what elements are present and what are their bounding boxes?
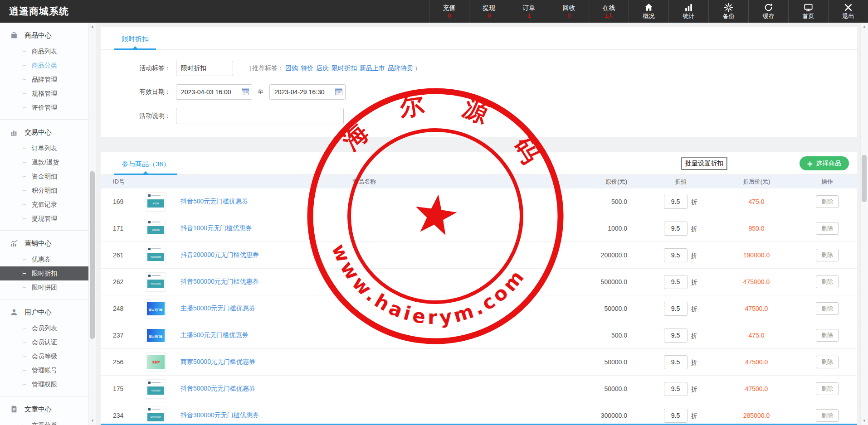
delete-button[interactable]: 删除 [816,195,839,208]
sidebar-item[interactable]: 订单列表 [0,141,88,155]
date-start-input[interactable] [176,84,252,100]
sidebar-item[interactable]: 商品分类 [0,58,88,72]
product-name-link[interactable]: 抖音50000元无门槛优惠券 [180,385,255,392]
sidebar-item[interactable]: 会员认证 [0,335,88,349]
delete-button[interactable]: 删除 [816,222,839,235]
sidebar-item[interactable]: 文章分类 [0,418,88,425]
product-name-link[interactable]: 主播500元无门槛优惠券 [180,331,248,338]
header-action-cache[interactable]: 缓存 [748,0,788,23]
product-name-link[interactable]: 抖音500元无门槛优惠券 [180,198,248,205]
recommend-tag-link[interactable]: 特价 [301,64,313,72]
product-thumbnail[interactable]: ¥300000 [146,406,166,425]
sidebar-item[interactable]: 积分明细 [0,184,88,198]
product-name-link[interactable]: 抖音1000元无门槛优惠券 [180,224,252,232]
home-icon [644,3,653,12]
tab-limited-discount[interactable]: 限时折扣 [117,29,153,49]
sidebar-item[interactable]: 管理帐号 [0,363,88,377]
page-scrollbar-thumb[interactable] [862,155,867,202]
product-thumbnail[interactable]: ¥50000 [146,379,166,399]
sidebar-item[interactable]: 充值记录 [0,198,88,212]
sidebar-item[interactable]: 管理权限 [0,377,88,391]
delete-button[interactable]: 删除 [816,409,839,422]
discount-input[interactable] [664,382,688,396]
tag-input[interactable] [176,61,233,76]
delete-button[interactable]: 删除 [816,275,839,288]
sidebar-item[interactable]: 规格管理 [0,87,88,101]
sidebar-group-head-trade[interactable]: 交易中心 [0,123,88,141]
select-product-button[interactable]: 选择商品 [800,156,849,170]
product-name-link[interactable]: 商家50000元无门槛优惠券 [180,358,255,365]
sidebar-item[interactable]: 评价管理 [0,101,88,115]
product-name-link[interactable]: 抖音200000元无门槛优惠券 [180,251,259,258]
branch-icon [23,49,27,54]
sidebar-item[interactable]: 提现管理 [0,212,88,226]
sidebar-group-head-article[interactable]: 文章中心 [0,400,88,418]
product-name-link[interactable]: 抖音300000元无门槛优惠券 [180,411,259,419]
product-thumbnail[interactable]: ¥1000 [146,219,166,238]
product-name-link[interactable]: 主播50000元无门槛优惠券 [180,304,255,312]
discount-input[interactable] [664,275,688,289]
header-action-homepage[interactable]: 首页 [788,0,828,23]
action-label: 统计 [683,13,695,20]
main-content: 限时折扣 活动标签： （推荐标签：团购特价店庆限时折扣新品上市品牌特卖） 有效日… [96,23,868,425]
sidebar-item[interactable]: 限时折扣 [0,266,88,280]
delete-button[interactable]: 删除 [816,329,839,342]
discount-input[interactable] [664,302,688,316]
page-scrollbar[interactable]: ▲ ▼ [860,23,868,425]
discount-input[interactable] [664,409,688,423]
delete-button[interactable]: 删除 [816,382,839,395]
product-thumbnail[interactable]: ¥200000 [146,246,166,265]
delete-button[interactable]: 删除 [816,302,839,315]
discount-cell: 折 [645,355,716,369]
product-name-link[interactable]: 抖音500000元无门槛优惠券 [180,278,259,285]
header-action-backup[interactable]: 备份 [708,0,748,23]
product-thumbnail[interactable]: 新人无门槛 [146,326,166,345]
sidebar-scrollbar-thumb[interactable] [90,171,95,339]
sidebar-item[interactable]: 退款/退货 [0,155,88,169]
scroll-up-icon[interactable]: ▲ [861,24,868,30]
sidebar-group-head-user[interactable]: 用户中心 [0,303,88,321]
recommend-tag-link[interactable]: 限时折扣 [332,64,357,72]
sidebar-item[interactable]: 会员列表 [0,321,88,335]
calendar-icon[interactable] [335,88,342,95]
batch-discount-button[interactable]: 批量设置折扣 [682,158,727,169]
discount-input[interactable] [664,248,688,262]
product-thumbnail[interactable]: 优惠券 [146,353,166,372]
stat-label: 在线 [603,4,615,12]
delete-button[interactable]: 删除 [816,249,839,261]
sidebar-item[interactable]: 优惠券 [0,252,88,266]
discount-input[interactable] [664,222,688,236]
discounted-price: 47500.0 [716,385,797,392]
header-action-logout[interactable]: 退出 [828,0,868,23]
tab-participating-products[interactable]: 参与商品（36） [117,154,175,174]
sidebar-item[interactable]: 品牌管理 [0,72,88,87]
recommend-tags: （推荐标签：团购特价店庆限时折扣新品上市品牌特卖） [246,64,421,72]
header-action-overview[interactable]: 概况 [629,0,668,23]
scroll-down-icon[interactable]: ▼ [861,418,868,424]
sidebar-item[interactable]: 商品列表 [0,44,88,58]
product-thumbnail[interactable]: 新人无门槛 [146,299,166,319]
product-thumbnail[interactable]: ¥500 [146,192,166,212]
sidebar-item[interactable]: 资金明细 [0,169,88,184]
sidebar-group-head-goods[interactable]: 商品中心 [0,26,88,44]
sidebar-scrollbar[interactable]: ▲ ▼ [88,23,96,425]
sidebar-group-head-marketing[interactable]: 营销中心 [0,234,88,252]
recommend-tag-link[interactable]: 新品上市 [360,64,385,72]
discount-input[interactable] [664,328,688,343]
scroll-up-icon[interactable]: ▲ [89,24,96,30]
recommend-tag-link[interactable]: 品牌特卖 [388,64,413,72]
calendar-icon[interactable] [242,88,249,95]
scroll-down-icon[interactable]: ▼ [89,418,96,424]
sidebar-item[interactable]: 限时拼团 [0,280,88,295]
date-end-input[interactable] [269,84,346,100]
recommend-tag-link[interactable]: 团购 [285,64,298,72]
sidebar-item[interactable]: 会员等级 [0,349,88,363]
discount-input[interactable] [664,195,688,209]
recommend-tag-link[interactable]: 店庆 [316,64,329,72]
product-thumbnail[interactable]: ¥500000 [146,272,166,292]
desc-input[interactable] [176,108,344,124]
header-action-stats[interactable]: 统计 [668,0,708,23]
delete-button[interactable]: 删除 [816,356,839,368]
tab-underline [114,174,177,175]
discount-input[interactable] [664,355,688,369]
